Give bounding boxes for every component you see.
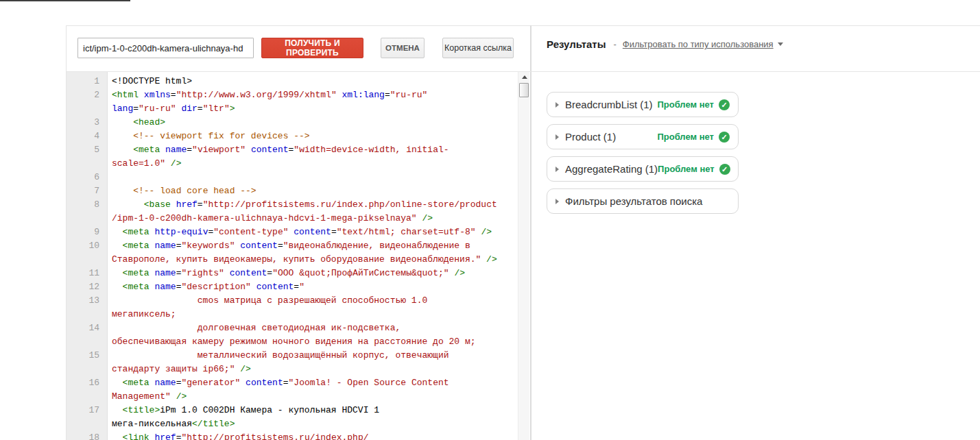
result-card[interactable]: Product (1)Проблем нет✓ xyxy=(547,124,739,149)
result-status: Проблем нет✓ xyxy=(658,164,730,175)
code-line: <meta name="keywords" content="видеонабл… xyxy=(108,239,470,253)
code-row: 17 <title>iPm 1.0 C002DH Камера - куполь… xyxy=(67,404,518,417)
code-line: <!DOCTYPE html> xyxy=(108,75,192,88)
code-row: 3 <head> xyxy=(67,116,518,130)
code-row: Management" /> xyxy=(67,390,518,404)
code-row: 10 <meta name="keywords" content="видеон… xyxy=(67,239,518,253)
results-separator: - xyxy=(613,39,616,49)
line-number: 3 xyxy=(67,116,108,130)
line-number: 6 xyxy=(67,171,108,184)
code-line xyxy=(108,171,112,184)
code-editor[interactable]: 1<!DOCTYPE html>2<html xmlns="http://www… xyxy=(67,72,518,440)
code-line: scale=1.0" /> xyxy=(108,157,181,171)
code-row: 15 металлический водозащищённый корпус, … xyxy=(67,349,518,363)
result-card[interactable]: AggregateRating (1)Проблем нет✓ xyxy=(547,156,739,182)
line-number: 14 xyxy=(67,321,108,335)
line-number: 7 xyxy=(67,184,108,198)
line-number: 2 xyxy=(67,88,108,102)
line-number: 17 xyxy=(67,404,108,417)
scrollbar-thumb[interactable] xyxy=(519,83,529,97)
code-row: мега-пиксельная</title> xyxy=(67,417,518,431)
result-type-label: Фильтры результатов поиска xyxy=(565,195,702,207)
code-row: обеспечивающая камеру режимом ночного ви… xyxy=(67,335,518,349)
line-number: 15 xyxy=(67,349,108,363)
result-status: Проблем нет✓ xyxy=(657,99,730,110)
structured-data-testing-tool: ПОЛУЧИТЬ И ПРОВЕРИТЬ ОТМЕНА Короткая ссы… xyxy=(0,0,980,440)
code-line: <meta http-equiv="content-type" content=… xyxy=(108,225,492,239)
fetch-validate-button[interactable]: ПОЛУЧИТЬ И ПРОВЕРИТЬ xyxy=(261,38,363,58)
code-row: 13 cmos матрица с разрешающей способност… xyxy=(67,294,518,308)
scrollbar-up-button[interactable] xyxy=(518,72,530,82)
expand-arrow-icon xyxy=(555,134,559,140)
check-circle-icon: ✓ xyxy=(719,132,730,143)
code-row: 4 <!-- viewport fix for devices --> xyxy=(67,130,518,143)
panel-top-border xyxy=(66,25,980,26)
status-text: Проблем нет xyxy=(658,164,715,174)
code-row: 7 <!-- load core head --> xyxy=(67,184,518,198)
code-line: <!-- load core head --> xyxy=(108,184,256,198)
status-text: Проблем нет xyxy=(657,99,714,110)
cancel-button[interactable]: ОТМЕНА xyxy=(381,38,425,58)
code-row: 5 <meta name="viewport" content="width=d… xyxy=(67,143,518,157)
code-row: scale=1.0" /> xyxy=(67,157,518,171)
code-line: <meta name="viewport" content="width=dev… xyxy=(108,143,449,157)
line-number xyxy=(67,417,108,431)
short-link-button[interactable]: Короткая ссылка xyxy=(442,38,514,58)
code-row: 16 <meta name="generator" content="Jooml… xyxy=(67,376,518,390)
line-number xyxy=(67,253,108,267)
code-row: 9 <meta http-equiv="content-type" conten… xyxy=(67,225,518,239)
code-line: Ставрополе, купить видеокамеры, купить о… xyxy=(108,253,497,267)
code-line: <title>iPm 1.0 C002DH Камера - купольная… xyxy=(108,404,379,417)
line-number xyxy=(67,335,108,349)
code-row: Ставрополе, купить видеокамеры, купить о… xyxy=(67,253,518,267)
line-number: 9 xyxy=(67,225,108,239)
expand-arrow-icon xyxy=(555,199,559,204)
code-line: <html xmlns="http://www.w3.org/1999/xhtm… xyxy=(108,88,427,102)
expand-arrow-icon xyxy=(555,167,559,172)
line-number xyxy=(67,308,108,321)
code-line: мегапиксель; xyxy=(108,308,176,321)
code-line: <!-- viewport fix for devices --> xyxy=(108,130,310,143)
code-line: долговечная светодиодная ик-подсветка, xyxy=(108,321,401,335)
code-row: 12 <meta name="description" content=" xyxy=(67,280,518,294)
url-input[interactable] xyxy=(77,38,254,58)
line-number: 10 xyxy=(67,239,108,253)
code-line: обеспечивающая камеру режимом ночного ви… xyxy=(108,335,476,349)
line-number xyxy=(67,390,108,404)
scroll-up-arrow-icon xyxy=(522,75,527,79)
line-number: 16 xyxy=(67,376,108,390)
expand-arrow-icon xyxy=(555,102,559,108)
code-line: металлический водозащищённый корпус, отв… xyxy=(108,349,449,363)
line-number: 12 xyxy=(67,280,108,294)
code-row: lang="ru-ru" dir="ltr"> xyxy=(67,102,518,116)
code-scrollbar[interactable] xyxy=(518,72,529,440)
line-number: 11 xyxy=(67,267,108,280)
status-text: Проблем нет xyxy=(657,132,714,142)
code-row: 8 <base href="http://profitsistems.ru/in… xyxy=(67,198,518,212)
filter-by-usage-link[interactable]: Фильтровать по типу использования xyxy=(623,39,774,49)
code-line: мега-пиксельная</title> xyxy=(108,417,235,431)
results-title: Результаты xyxy=(547,38,606,50)
result-card[interactable]: Фильтры результатов поиска xyxy=(547,188,739,214)
code-line: <link href="http://profitsistems.ru/inde… xyxy=(108,431,369,440)
code-row: 11 <meta name="rights" content="ООО &quo… xyxy=(67,267,518,280)
code-row: 14 долговечная светодиодная ик-подсветка… xyxy=(67,321,518,335)
code-row: /ipm-1-0-c200dh-kamera-ulichnaya-hdcvi-1… xyxy=(67,212,518,225)
result-status: Проблем нет✓ xyxy=(657,132,730,143)
line-number: 4 xyxy=(67,130,108,143)
code-row: стандарту защиты ip66;" /> xyxy=(67,363,518,376)
result-card[interactable]: BreadcrumbList (1)Проблем нет✓ xyxy=(547,92,739,117)
code-line: <meta name="generator" content="Joomla! … xyxy=(108,376,449,390)
code-line: стандарту защиты ip66;" /> xyxy=(108,363,251,376)
line-number: 8 xyxy=(67,198,108,212)
line-number: 18 xyxy=(67,431,108,440)
chevron-down-icon xyxy=(778,42,783,46)
line-number: 1 xyxy=(67,75,108,88)
code-row: 18 <link href="http://profitsistems.ru/i… xyxy=(67,431,518,440)
line-number xyxy=(67,102,108,116)
code-line: <head> xyxy=(108,116,165,130)
code-row: 2<html xmlns="http://www.w3.org/1999/xht… xyxy=(67,88,518,102)
line-number: 5 xyxy=(67,143,108,157)
result-type-label: AggregateRating (1) xyxy=(565,163,658,175)
window-edge-line xyxy=(0,0,130,1)
